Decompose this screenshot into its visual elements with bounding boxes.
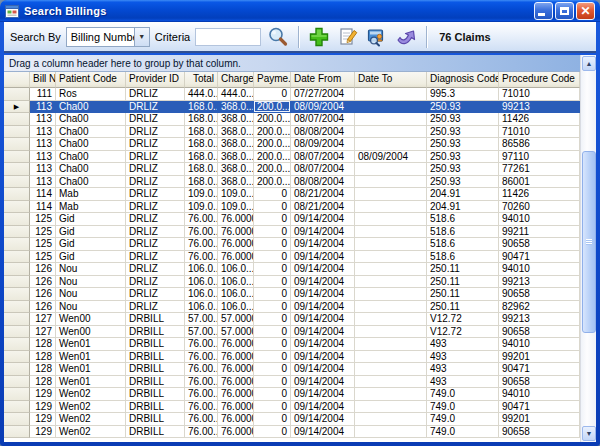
cell-date_from[interactable]: 09/14/2004 — [291, 351, 355, 364]
cell-charges[interactable]: 106.0... — [218, 288, 254, 301]
table-row[interactable]: 128Wen01DRBILL76.00...76.0000009/14/2004… — [4, 338, 580, 351]
cell-provider_id[interactable]: DRLIZ — [126, 201, 185, 214]
row-indicator[interactable] — [4, 176, 30, 189]
cell-patient_code[interactable]: Wen01 — [56, 376, 126, 389]
table-row[interactable]: 129Wen02DRBILL76.00...76.0000009/14/2004… — [4, 388, 580, 401]
table-row[interactable]: 127Wen00DRBILL57.00...57.0000009/14/2004… — [4, 326, 580, 339]
cell-date_to[interactable] — [355, 426, 427, 439]
cell-diagnosis_code[interactable]: 250.93 — [427, 113, 499, 126]
cell-diagnosis_code[interactable]: 749.0 — [427, 388, 499, 401]
cell-bill_no[interactable]: 129 — [30, 388, 56, 401]
cell-diagnosis_code[interactable]: 250.93 — [427, 126, 499, 139]
cell-payments[interactable]: 0 — [254, 363, 291, 376]
cell-total[interactable]: 109.0... — [185, 188, 218, 201]
vertical-scrollbar[interactable]: ▲ ▼ — [580, 55, 596, 442]
cell-payments[interactable]: 200.0... — [254, 151, 291, 164]
cell-date_from[interactable]: 08/07/2004 — [291, 113, 355, 126]
cell-provider_id[interactable]: DRLIZ — [126, 101, 185, 114]
cell-payments[interactable]: 0 — [254, 251, 291, 264]
cell-date_from[interactable]: 07/27/2004 — [291, 88, 355, 101]
cell-patient_code[interactable]: Wen02 — [56, 401, 126, 414]
row-indicator[interactable] — [4, 351, 30, 364]
cell-date_to[interactable] — [355, 201, 427, 214]
table-row[interactable]: 128Wen01DRBILL76.00...76.0000009/14/2004… — [4, 363, 580, 376]
cell-total[interactable]: 76.00... — [185, 413, 218, 426]
cell-bill_no[interactable]: 113 — [30, 176, 56, 189]
cell-provider_id[interactable]: DRLIZ — [126, 263, 185, 276]
cell-date_from[interactable]: 08/09/2004 — [291, 138, 355, 151]
cell-provider_id[interactable]: DRLIZ — [126, 163, 185, 176]
cell-provider_id[interactable]: DRBILL — [126, 426, 185, 439]
cell-payments[interactable]: 0 — [254, 376, 291, 389]
cell-patient_code[interactable]: Ros — [56, 88, 126, 101]
cell-patient_code[interactable]: Nou — [56, 301, 126, 314]
cell-payments[interactable]: 0 — [254, 263, 291, 276]
cell-total[interactable]: 168.0... — [185, 163, 218, 176]
cell-payments[interactable]: 0 — [254, 213, 291, 226]
cell-patient_code[interactable]: Cha00 — [56, 138, 126, 151]
send-claim-button[interactable] — [394, 25, 418, 49]
cell-total[interactable]: 76.00... — [185, 251, 218, 264]
cell-patient_code[interactable]: Cha00 — [56, 151, 126, 164]
table-row[interactable]: 129Wen02DRBILL76.00...76.0000009/14/2004… — [4, 401, 580, 414]
cell-payments[interactable]: 200.0... — [254, 138, 291, 151]
cell-charges[interactable]: 106.0... — [218, 276, 254, 289]
cell-date_to[interactable] — [355, 413, 427, 426]
cell-patient_code[interactable]: Cha00 — [56, 176, 126, 189]
cell-diagnosis_code[interactable]: 250.11 — [427, 288, 499, 301]
column-header-bill_no[interactable]: Bill No. — [30, 72, 56, 88]
row-indicator[interactable] — [4, 113, 30, 126]
cell-provider_id[interactable]: DRLIZ — [126, 301, 185, 314]
cell-charges[interactable]: 57.0000 — [218, 313, 254, 326]
scrollbar-thumb[interactable] — [582, 151, 596, 333]
cell-total[interactable]: 76.00... — [185, 388, 218, 401]
cell-diagnosis_code[interactable]: 493 — [427, 376, 499, 389]
row-indicator[interactable] — [4, 226, 30, 239]
table-row[interactable]: ▶113Cha00DRLIZ168.0...368.0...200.0...08… — [4, 101, 580, 114]
row-indicator[interactable] — [4, 276, 30, 289]
cell-patient_code[interactable]: Cha00 — [56, 101, 126, 114]
cell-diagnosis_code[interactable]: 493 — [427, 338, 499, 351]
cell-date_from[interactable]: 09/14/2004 — [291, 326, 355, 339]
row-indicator[interactable] — [4, 388, 30, 401]
row-indicator[interactable] — [4, 151, 30, 164]
cell-charges[interactable]: 76.0000 — [218, 426, 254, 439]
cell-bill_no[interactable]: 113 — [30, 113, 56, 126]
cell-date_to[interactable] — [355, 376, 427, 389]
cell-provider_id[interactable]: DRLIZ — [126, 238, 185, 251]
cell-payments[interactable]: 0 — [254, 326, 291, 339]
cell-diagnosis_code[interactable]: 749.0 — [427, 426, 499, 439]
cell-total[interactable]: 168.0... — [185, 151, 218, 164]
cell-patient_code[interactable]: Wen00 — [56, 313, 126, 326]
cell-total[interactable]: 76.00... — [185, 376, 218, 389]
cell-date_from[interactable]: 09/14/2004 — [291, 288, 355, 301]
cell-total[interactable]: 444.0... — [185, 88, 218, 101]
cell-charges[interactable]: 76.0000 — [218, 401, 254, 414]
row-indicator[interactable] — [4, 401, 30, 414]
table-row[interactable]: 113Cha00DRLIZ168.0...368.0...200.0...08/… — [4, 163, 580, 176]
cell-diagnosis_code[interactable]: 749.0 — [427, 413, 499, 426]
cell-bill_no[interactable]: 111 — [30, 88, 56, 101]
cell-date_to[interactable] — [355, 338, 427, 351]
column-header-diagnosis_code[interactable]: Diagnosis Code — [427, 72, 499, 88]
cell-diagnosis_code[interactable]: 204.91 — [427, 201, 499, 214]
column-header-patient_code[interactable]: Patient Code — [56, 72, 126, 88]
cell-date_to[interactable] — [355, 351, 427, 364]
table-row[interactable]: 128Wen01DRBILL76.00...76.0000009/14/2004… — [4, 351, 580, 364]
cell-provider_id[interactable]: DRLIZ — [126, 276, 185, 289]
cell-date_to[interactable] — [355, 276, 427, 289]
cell-procedure_code[interactable]: 90658 — [499, 326, 580, 339]
minimize-button[interactable] — [534, 2, 553, 20]
cell-total[interactable]: 76.00... — [185, 426, 218, 439]
table-row[interactable]: 126NouDRLIZ106.0...106.0...009/14/200425… — [4, 301, 580, 314]
cell-date_from[interactable]: 09/14/2004 — [291, 251, 355, 264]
cell-procedure_code[interactable]: 94010 — [499, 338, 580, 351]
cell-procedure_code[interactable]: 71010 — [499, 126, 580, 139]
column-header-charges[interactable]: Charges — [218, 72, 254, 88]
cell-procedure_code[interactable]: 99213 — [499, 101, 580, 114]
edit-button[interactable] — [336, 25, 360, 49]
cell-patient_code[interactable]: Wen01 — [56, 351, 126, 364]
cell-procedure_code[interactable]: 11426 — [499, 113, 580, 126]
cell-patient_code[interactable]: Gid — [56, 226, 126, 239]
cell-procedure_code[interactable]: 86586 — [499, 138, 580, 151]
